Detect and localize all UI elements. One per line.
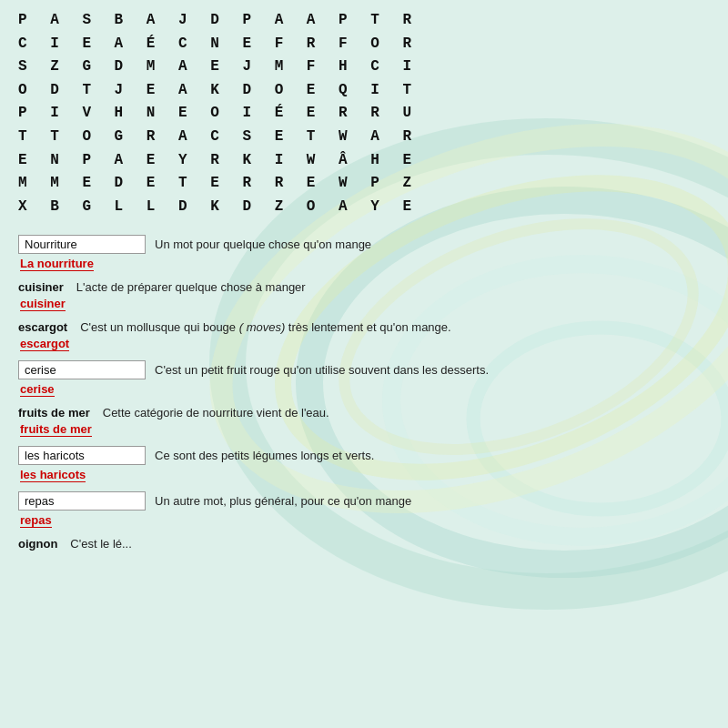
vocab-row-les-haricots: Ce sont des petits légumes longs et vert… bbox=[18, 446, 710, 465]
vocab-input-repas[interactable] bbox=[18, 491, 146, 511]
vocab-term-oignon: oignon bbox=[18, 537, 57, 551]
grid-row-3: S Z G D M A E J M F H C I bbox=[18, 56, 710, 79]
grid-row-4: O D T J E A K D O E Q I T bbox=[18, 79, 710, 103]
vocab-def-cerise: C'est un petit fruit rouge qu'on utilise… bbox=[155, 363, 489, 377]
vocab-def-escargot: C'est un mollusque qui bouge ( moves) tr… bbox=[80, 320, 450, 334]
grid-row-7: E N P A E Y R K I W Â H E bbox=[18, 149, 710, 173]
main-content: P A S B A J D P A A P T R C I E A É C N … bbox=[0, 0, 728, 569]
vocab-row-oignon: oignon C'est le lé... bbox=[18, 537, 710, 551]
vocab-def-repas: Un autre mot, plus général, pour ce qu'o… bbox=[155, 494, 411, 508]
vocab-term-fruits-de-mer: fruits de mer bbox=[18, 406, 90, 420]
vocab-row-nourriture: Un mot pour quelque chose qu'on mange bbox=[18, 235, 710, 254]
vocab-item-cuisiner: cuisiner L'acte de préparer quelque chos… bbox=[18, 280, 710, 311]
vocab-row-cuisiner: cuisiner L'acte de préparer quelque chos… bbox=[18, 280, 710, 294]
grid-row-2: C I E A É C N E F R F O R bbox=[18, 33, 710, 56]
vocab-answer-les-haricots: les haricots bbox=[18, 467, 710, 482]
word-search-grid: P A S B A J D P A A P T R C I E A É C N … bbox=[18, 9, 710, 218]
vocab-item-nourriture: Un mot pour quelque chose qu'on mange La… bbox=[18, 235, 710, 271]
grid-row-5: P I V H N E O I É E R R U bbox=[18, 102, 710, 126]
vocab-def-fruits-de-mer: Cette catégorie de nourriture vient de l… bbox=[103, 406, 329, 420]
vocab-row-fruits-de-mer: fruits de mer Cette catégorie de nourrit… bbox=[18, 406, 710, 420]
grid-row-9: X B G L L D K D Z O A Y E bbox=[18, 196, 710, 219]
vocab-term-cuisiner: cuisiner bbox=[18, 280, 64, 294]
vocab-row-escargot: escargot C'est un mollusque qui bouge ( … bbox=[18, 320, 710, 334]
grid-row-6: T T O G R A C S E T W A R bbox=[18, 126, 710, 149]
vocab-row-repas: Un autre mot, plus général, pour ce qu'o… bbox=[18, 491, 710, 511]
grid-row-1: P A S B A J D P A A P T R bbox=[18, 9, 710, 33]
vocab-answer-repas: repas bbox=[18, 512, 710, 528]
vocab-def-nourriture: Un mot pour quelque chose qu'on mange bbox=[155, 238, 371, 251]
vocab-input-nourriture[interactable] bbox=[18, 235, 146, 254]
vocab-def-cuisiner: L'acte de préparer quelque chose à mange… bbox=[76, 280, 306, 294]
vocab-def-oignon: C'est le lé... bbox=[70, 537, 132, 551]
grid-row-8: M M E D E T E R R E W P Z bbox=[18, 172, 710, 196]
vocab-term-escargot: escargot bbox=[18, 320, 67, 334]
vocab-answer-escargot: escargot bbox=[18, 336, 710, 351]
vocab-answer-cuisiner: cuisiner bbox=[18, 296, 710, 311]
vocab-input-les-haricots[interactable] bbox=[18, 446, 146, 465]
vocab-item-fruits-de-mer: fruits de mer Cette catégorie de nourrit… bbox=[18, 406, 710, 437]
vocab-answer-cerise: cerise bbox=[18, 381, 710, 397]
vocab-answer-nourriture: La nourriture bbox=[18, 256, 710, 271]
vocab-item-cerise: C'est un petit fruit rouge qu'on utilise… bbox=[18, 360, 710, 397]
vocab-item-escargot: escargot C'est un mollusque qui bouge ( … bbox=[18, 320, 710, 351]
vocab-section: Un mot pour quelque chose qu'on mange La… bbox=[18, 235, 710, 551]
vocab-input-cerise[interactable] bbox=[18, 360, 146, 379]
vocab-item-les-haricots: Ce sont des petits légumes longs et vert… bbox=[18, 446, 710, 482]
vocab-def-les-haricots: Ce sont des petits légumes longs et vert… bbox=[155, 449, 374, 462]
vocab-item-repas: Un autre mot, plus général, pour ce qu'o… bbox=[18, 491, 710, 528]
vocab-item-oignon: oignon C'est le lé... bbox=[18, 537, 710, 551]
vocab-answer-fruits-de-mer: fruits de mer bbox=[18, 421, 710, 437]
vocab-row-cerise: C'est un petit fruit rouge qu'on utilise… bbox=[18, 360, 710, 379]
